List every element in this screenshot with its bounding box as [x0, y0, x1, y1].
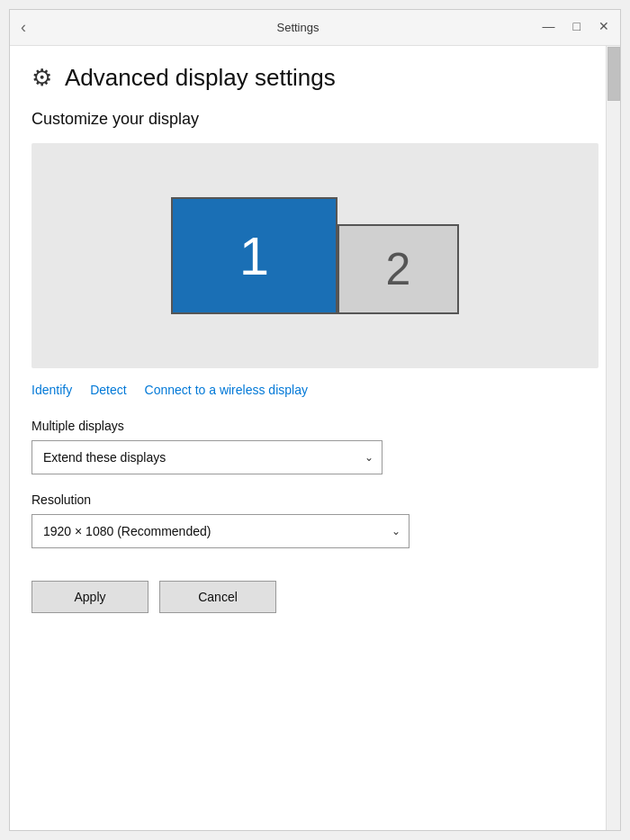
resolution-group: Resolution 1920 × 1080 (Recommended) 160…	[32, 492, 598, 548]
settings-window: ‹ Settings — □ ✕ ⚙ Advanced display sett…	[9, 9, 621, 831]
back-button[interactable]: ‹	[21, 18, 26, 37]
resolution-label: Resolution	[32, 492, 598, 507]
identify-link[interactable]: Identify	[32, 383, 72, 397]
scrollbar-track[interactable]	[606, 46, 620, 830]
monitor-1[interactable]: 1	[171, 197, 338, 314]
page-title: Advanced display settings	[65, 64, 336, 92]
detect-link[interactable]: Detect	[90, 383, 126, 397]
resolution-select-wrapper: 1920 × 1080 (Recommended) 1600 × 900 128…	[32, 514, 410, 548]
title-bar: ‹ Settings — □ ✕	[10, 10, 620, 46]
minimize-button[interactable]: —	[543, 19, 555, 33]
multiple-displays-select-wrapper: Extend these displays Duplicate these di…	[32, 440, 382, 474]
page-header: ⚙ Advanced display settings	[32, 64, 598, 92]
multiple-displays-group: Multiple displays Extend these displays …	[32, 419, 598, 474]
maximize-button[interactable]: □	[573, 19, 580, 33]
display-links: Identify Detect Connect to a wireless di…	[32, 383, 598, 397]
section-title: Customize your display	[32, 110, 598, 129]
display-preview-area: 1 2	[32, 143, 598, 368]
window-controls: — □ ✕	[543, 19, 609, 33]
monitor-2[interactable]: 2	[338, 224, 459, 314]
monitor-2-label: 2	[386, 243, 411, 295]
multiple-displays-label: Multiple displays	[32, 419, 598, 433]
action-buttons: Apply Cancel	[32, 581, 598, 613]
close-button[interactable]: ✕	[598, 19, 609, 33]
monitor-1-label: 1	[239, 225, 269, 287]
scrollbar-thumb[interactable]	[608, 47, 620, 101]
window-title: Settings	[40, 21, 555, 34]
page-content: ⚙ Advanced display settings Customize yo…	[10, 46, 620, 830]
connect-wireless-link[interactable]: Connect to a wireless display	[145, 383, 308, 397]
apply-button[interactable]: Apply	[32, 581, 148, 613]
cancel-button[interactable]: Cancel	[159, 581, 276, 613]
resolution-select[interactable]: 1920 × 1080 (Recommended) 1600 × 900 128…	[32, 514, 410, 548]
multiple-displays-select[interactable]: Extend these displays Duplicate these di…	[32, 440, 382, 474]
monitors-container: 1 2	[171, 197, 459, 314]
gear-icon: ⚙	[32, 64, 52, 92]
